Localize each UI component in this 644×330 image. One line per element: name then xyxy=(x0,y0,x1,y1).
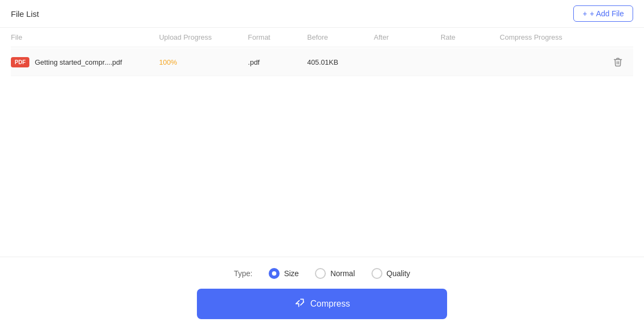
col-after: After xyxy=(374,33,441,41)
upload-progress-value: 100% xyxy=(159,58,247,66)
pdf-badge: PDF xyxy=(11,57,29,67)
app-header: File List + + Add File xyxy=(0,0,644,28)
page-title: File List xyxy=(11,9,39,18)
format-value: .pdf xyxy=(248,58,307,66)
col-file: File xyxy=(11,33,159,41)
file-table: File Upload Progress Format Before After… xyxy=(0,28,644,76)
col-format: Format xyxy=(248,33,307,41)
delete-button[interactable] xyxy=(611,55,625,69)
col-before: Before xyxy=(307,33,374,41)
table-header: File Upload Progress Format Before After… xyxy=(11,28,633,47)
table-row: PDF Getting started_compr....pdf 100% .p… xyxy=(11,48,633,76)
delete-icon xyxy=(613,57,623,67)
plus-icon: + xyxy=(583,9,587,18)
col-rate: Rate xyxy=(441,33,500,41)
add-file-button[interactable]: + + Add File xyxy=(573,5,633,22)
col-actions xyxy=(611,33,633,41)
add-file-label: + Add File xyxy=(590,9,624,18)
col-compress-progress: Compress Progress xyxy=(500,33,611,41)
file-cell: PDF Getting started_compr....pdf xyxy=(11,57,159,67)
before-size: 405.01KB xyxy=(307,58,374,66)
file-name: Getting started_compr....pdf xyxy=(35,58,122,66)
col-upload-progress: Upload Progress xyxy=(159,33,247,41)
row-actions xyxy=(611,55,633,69)
